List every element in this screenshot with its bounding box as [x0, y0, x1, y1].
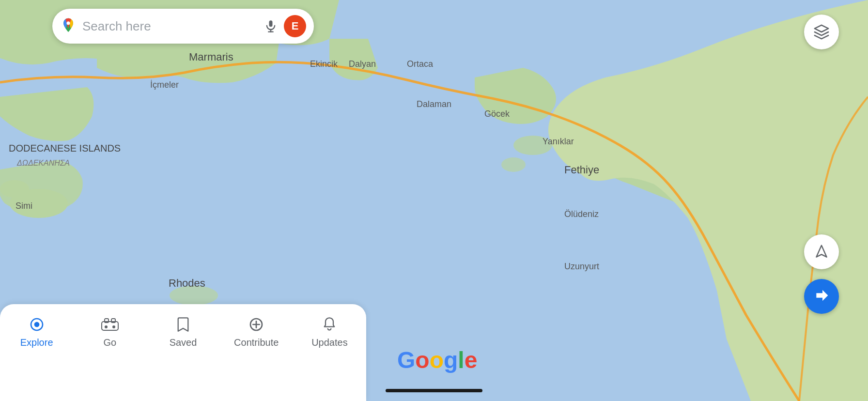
directions-icon — [814, 289, 829, 304]
google-o1: o — [415, 349, 429, 372]
bottom-nav-bar: Explore Go Saved — [0, 304, 366, 401]
svg-point-16 — [112, 325, 115, 328]
home-indicator — [386, 389, 482, 392]
saved-label: Saved — [170, 337, 197, 348]
svg-point-15 — [105, 325, 108, 328]
google-g2: g — [444, 349, 458, 372]
nav-item-updates[interactable]: Updates — [293, 316, 366, 348]
go-label: Go — [103, 337, 116, 348]
nav-item-explore[interactable]: Explore — [0, 316, 73, 348]
google-logo: G o o g l e — [397, 349, 477, 372]
microphone-icon[interactable] — [264, 19, 278, 33]
directions-button[interactable] — [804, 279, 839, 314]
navigation-button[interactable] — [804, 234, 839, 269]
svg-rect-12 — [102, 322, 118, 330]
nav-item-saved[interactable]: Saved — [146, 316, 219, 348]
svg-marker-11 — [816, 290, 828, 301]
saved-icon — [174, 316, 192, 333]
layer-button[interactable] — [804, 15, 839, 49]
svg-point-3 — [170, 286, 218, 305]
search-input[interactable]: Search here — [82, 20, 258, 32]
layers-icon — [813, 24, 830, 40]
google-maps-logo — [60, 17, 77, 35]
google-e: e — [465, 349, 478, 372]
explore-icon — [28, 316, 46, 333]
user-avatar[interactable]: E — [284, 15, 306, 37]
google-o2: o — [430, 349, 444, 372]
updates-icon — [321, 316, 338, 333]
svg-point-4 — [513, 136, 552, 155]
nav-item-contribute[interactable]: Contribute — [220, 316, 293, 348]
updates-label: Updates — [311, 337, 348, 348]
svg-point-5 — [501, 157, 526, 172]
svg-point-6 — [66, 21, 70, 25]
contribute-label: Contribute — [234, 337, 279, 348]
search-bar[interactable]: Search here E — [52, 9, 314, 44]
right-buttons-container — [804, 234, 839, 314]
go-icon — [101, 316, 119, 333]
nav-item-go[interactable]: Go — [73, 316, 146, 348]
navigation-icon — [814, 244, 829, 260]
google-g: G — [397, 349, 415, 372]
svg-marker-10 — [816, 246, 826, 257]
svg-rect-7 — [269, 20, 273, 27]
explore-label: Explore — [20, 337, 53, 348]
contribute-icon — [248, 316, 265, 333]
google-l: l — [458, 349, 464, 372]
